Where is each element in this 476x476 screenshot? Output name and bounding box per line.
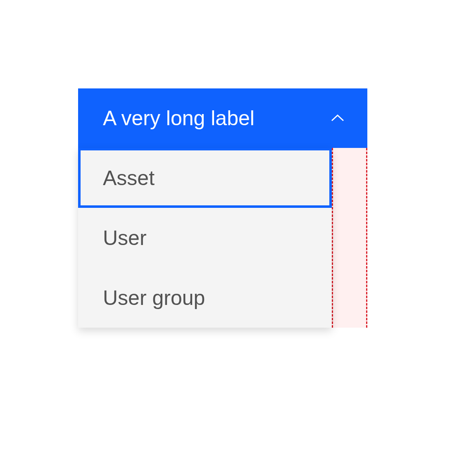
- dropdown-selected-label: A very long label: [103, 106, 255, 130]
- dropdown-option-label: User group: [103, 286, 205, 310]
- dropdown: A very long label Asset User User group: [78, 88, 367, 328]
- dropdown-option-label: User: [103, 226, 147, 250]
- dropdown-option-user-group[interactable]: User group: [78, 268, 332, 328]
- dropdown-option-user[interactable]: User: [78, 208, 332, 268]
- dropdown-option-asset[interactable]: Asset: [78, 148, 332, 208]
- overflow-indicator: [332, 148, 367, 328]
- dropdown-body: Asset User User group: [78, 148, 367, 328]
- dropdown-option-label: Asset: [103, 166, 155, 190]
- chevron-up-icon: [330, 111, 345, 126]
- dropdown-menu: Asset User User group: [78, 148, 332, 328]
- dropdown-toggle[interactable]: A very long label: [78, 88, 367, 148]
